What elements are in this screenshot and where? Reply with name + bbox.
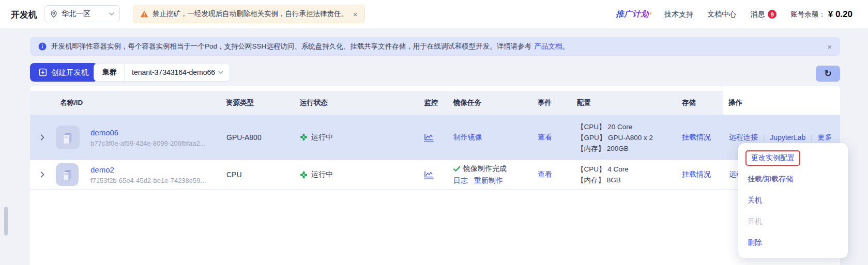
chevron-down-icon (109, 12, 114, 15)
rebuild-link[interactable]: 重新制作 (474, 176, 503, 185)
menu-item-delete[interactable]: 删除 (738, 232, 848, 253)
config-cell: 【CPU】 20 Core 【GPU】 GPU-A800 x 2 【内存】 20… (577, 121, 653, 153)
menu-item-label: 关机 (748, 196, 762, 205)
main-area: 开发机即弹性容器实例，每个容器实例相当于一个Pod，支持公网SSH远程访问、系统… (0, 29, 868, 265)
warning-text: 禁止挖矿，一经发现后自动删除相关实例，自行承担法律责任。 (153, 9, 348, 19)
divider: | (763, 134, 765, 141)
col-header-status: 运行状态 (300, 98, 328, 107)
actions-cell: 远程连接 | JupyterLab | 更多 (729, 133, 832, 142)
col-header-type: 资源类型 (226, 98, 254, 107)
image-task-links: 日志 重新制作 (453, 176, 507, 185)
monitor-chart-icon[interactable] (424, 170, 434, 179)
refresh-icon: ↻ (824, 69, 831, 78)
menu-item-label: 开机 (748, 217, 762, 226)
cluster-label: 集群 (102, 68, 117, 77)
mount-status-link[interactable]: 挂载情况 (682, 133, 711, 141)
table-row-demo06: demo06 b77c3f0e-af59-424e-8099-206fbfaa2… (30, 115, 840, 160)
table-header-row: 名称/ID 资源类型 运行状态 监控 镜像任务 事件 配置 存储 操作 (30, 86, 840, 115)
machine-name-block: demo2 f7153f2b-65e4-45d2-be1e-74238e59..… (90, 165, 206, 184)
remote-connect-link[interactable]: 远程连接 (729, 133, 758, 142)
menu-item-label: 更改实例配置 (751, 153, 795, 162)
sticky-column-divider (723, 115, 723, 190)
divider (124, 63, 125, 82)
expand-chevron-icon[interactable] (40, 134, 44, 141)
sparkle-icon: ✦ (641, 14, 643, 18)
info-banner-close-icon[interactable]: × (827, 43, 832, 51)
col-header-name: 名称/ID (60, 98, 83, 107)
plus-square-icon (39, 68, 47, 76)
col-header-event: 事件 (538, 98, 552, 107)
run-status: 运行中 (300, 170, 333, 179)
log-link[interactable]: 日志 (453, 176, 468, 185)
event-cell: 查看 (538, 170, 552, 179)
more-link[interactable]: 更多 (818, 133, 832, 142)
make-image-link[interactable]: 制作镜像 (453, 133, 482, 141)
config-gpu: 【GPU】 GPU-A800 x 2 (577, 132, 653, 143)
cluster-selector[interactable]: 集群 tenant-37343164-demo66 (94, 63, 230, 82)
run-status-label: 运行中 (311, 170, 333, 179)
storage-cell: 挂载情况 (682, 170, 711, 179)
expand-chevron-icon[interactable] (40, 172, 44, 178)
fan-running-icon (300, 133, 308, 141)
image-task-status: 镜像制作完成 (453, 164, 507, 174)
server-icon (56, 126, 80, 149)
resource-type: CPU (226, 170, 242, 179)
machine-name-block: demo06 b77c3f0e-af59-424e-8099-206fbfaa2… (90, 128, 206, 147)
warning-close-icon[interactable]: × (353, 10, 358, 18)
warning-icon (140, 10, 148, 18)
fan-running-icon (300, 171, 308, 179)
machine-table-card: 名称/ID 资源类型 运行状态 监控 镜像任务 事件 配置 存储 操作 (30, 86, 840, 265)
promo-plan-link[interactable]: 推广计划 (616, 9, 649, 20)
mount-status-link[interactable]: 挂载情况 (682, 170, 711, 178)
machine-name-link[interactable]: demo06 (90, 128, 206, 136)
info-icon (38, 42, 47, 51)
balance-value: ¥ 0.20 (828, 9, 852, 20)
message-count-badge: 9 (768, 10, 776, 19)
cluster-value: tenant-37343164-demo66 (132, 68, 215, 76)
col-header-image-task: 镜像任务 (453, 98, 481, 107)
machine-name-link[interactable]: demo2 (90, 165, 206, 174)
top-bar: 开发机 华北一区 禁止挖矿，一经发现后自动删除相关实例，自行承担法律责任。 × … (0, 0, 868, 29)
messages-link[interactable]: 消息 9 (750, 10, 776, 19)
product-docs-link[interactable]: 产品文档 (534, 42, 562, 51)
event-view-link[interactable]: 查看 (538, 133, 552, 141)
monitor-chart-icon[interactable] (424, 133, 434, 142)
page-title: 开发机 (11, 8, 37, 20)
menu-item-mount-unmount-storage[interactable]: 挂载/卸载存储 (738, 168, 848, 190)
location-pin-icon (50, 10, 58, 18)
image-task-status-label: 镜像制作完成 (463, 164, 507, 174)
col-header-actions: 操作 (728, 98, 742, 107)
machine-id: f7153f2b-65e4-45d2-be1e-74238e59... (90, 177, 206, 184)
dev-machine-console: 开发机 华北一区 禁止挖矿，一经发现后自动删除相关实例，自行承担法律责任。 × … (0, 0, 868, 265)
create-machine-label: 创建开发机 (51, 68, 89, 77)
config-cpu: 【CPU】 4 Core (577, 164, 629, 175)
menu-item-label: 挂载/卸载存储 (748, 175, 793, 184)
run-status-label: 运行中 (311, 133, 333, 142)
run-status: 运行中 (300, 133, 333, 142)
info-banner: 开发机即弹性容器实例，每个容器实例相当于一个Pod，支持公网SSH远程访问、系统… (30, 37, 840, 56)
info-banner-text: 开发机即弹性容器实例，每个容器实例相当于一个Pod，支持公网SSH远程访问、系统… (51, 42, 531, 51)
refresh-button[interactable]: ↻ (816, 66, 840, 82)
event-cell: 查看 (538, 133, 552, 142)
create-machine-button[interactable]: 创建开发机 (30, 63, 98, 82)
col-header-storage: 存储 (682, 98, 696, 107)
mining-warning-banner: 禁止挖矿，一经发现后自动删除相关实例，自行承担法律责任。 × (133, 5, 365, 23)
region-selector[interactable]: 华北一区 (44, 5, 120, 22)
menu-item-change-instance-config[interactable]: 更改实例配置 (738, 147, 848, 168)
info-banner-suffix: 。 (562, 42, 569, 51)
event-view-link[interactable]: 查看 (538, 170, 552, 178)
menu-item-shutdown[interactable]: 关机 (738, 190, 848, 211)
storage-cell: 挂载情况 (682, 133, 711, 142)
col-header-monitor: 监控 (424, 98, 438, 107)
jupyterlab-link[interactable]: JupyterLab (770, 133, 805, 142)
doc-center-link[interactable]: 文档中心 (707, 10, 736, 19)
divider: | (811, 134, 812, 141)
menu-item-poweron-disabled: 开机 (738, 211, 848, 232)
config-cpu: 【CPU】 20 Core (577, 121, 653, 132)
balance-label: 账号余额： (790, 10, 826, 19)
resource-type: GPU-A800 (226, 133, 262, 142)
machine-id: b77c3f0e-af59-424e-8099-206fbfaa2... (90, 139, 206, 147)
left-scrollbar-thumb[interactable] (4, 207, 8, 236)
tech-support-link[interactable]: 技术支持 (664, 10, 693, 19)
more-actions-menu: 更改实例配置 挂载/卸载存储 关机 开机 删除 (738, 143, 848, 258)
